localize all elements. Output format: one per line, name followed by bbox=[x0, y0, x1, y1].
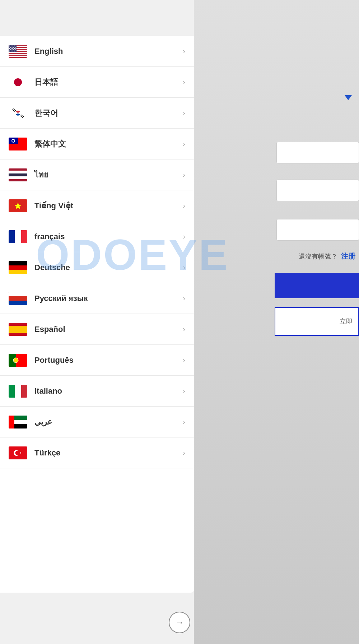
svg-point-17 bbox=[9, 48, 10, 48]
svg-rect-4 bbox=[9, 52, 27, 53]
language-panel: English› 日本語› 한국어› 繁体中文› ไทย› Tiếng Việt bbox=[0, 36, 194, 593]
bottom-arrow-button[interactable] bbox=[169, 612, 190, 633]
svg-rect-45 bbox=[9, 173, 27, 176]
login-secondary-label: 立即 bbox=[340, 317, 353, 326]
language-item-pt[interactable]: Português› bbox=[0, 345, 194, 376]
language-name-tr: Türkçe bbox=[34, 448, 183, 458]
register-row: 還沒有帳號？ 注册 bbox=[299, 251, 355, 261]
chevron-right-icon: › bbox=[183, 387, 185, 395]
svg-point-19 bbox=[12, 48, 13, 48]
svg-point-16 bbox=[15, 47, 15, 47]
svg-point-23 bbox=[11, 49, 12, 50]
chevron-right-icon: › bbox=[183, 325, 185, 333]
language-item-ar[interactable]: عربي› bbox=[0, 407, 194, 437]
flag-ja bbox=[9, 76, 27, 89]
register-prompt: 還沒有帳號？ bbox=[299, 252, 337, 261]
language-name-it: Italiano bbox=[34, 386, 183, 396]
svg-rect-69 bbox=[9, 416, 14, 428]
chevron-right-icon: › bbox=[183, 78, 185, 86]
language-item-de[interactable]: Deutsche› bbox=[0, 252, 194, 283]
svg-rect-59 bbox=[9, 326, 27, 333]
svg-rect-44 bbox=[9, 171, 27, 173]
svg-point-11 bbox=[14, 45, 15, 46]
flag-pt bbox=[9, 354, 27, 367]
login-input-username[interactable] bbox=[276, 142, 359, 163]
chevron-right-icon: › bbox=[183, 201, 185, 210]
language-item-tr[interactable]: Türkçe› bbox=[0, 437, 194, 468]
svg-point-28 bbox=[12, 50, 13, 51]
language-item-it[interactable]: Italiano› bbox=[0, 376, 194, 407]
flag-ar bbox=[9, 416, 27, 428]
svg-rect-5 bbox=[9, 54, 27, 55]
chevron-right-icon: › bbox=[183, 171, 185, 179]
svg-point-10 bbox=[12, 45, 13, 46]
svg-point-18 bbox=[11, 48, 11, 48]
language-item-fr[interactable]: français› bbox=[0, 221, 194, 252]
svg-rect-51 bbox=[9, 230, 15, 243]
svg-point-27 bbox=[11, 50, 11, 51]
login-primary-button[interactable] bbox=[275, 273, 359, 298]
svg-point-12 bbox=[15, 45, 16, 46]
svg-rect-54 bbox=[9, 261, 27, 265]
language-item-ru[interactable]: Русский язык› bbox=[0, 283, 194, 314]
login-input-password[interactable] bbox=[276, 180, 359, 201]
chevron-right-icon: › bbox=[183, 232, 185, 241]
language-item-en[interactable]: English› bbox=[0, 36, 194, 67]
svg-point-9 bbox=[11, 45, 11, 46]
svg-rect-46 bbox=[9, 176, 27, 179]
language-item-ja[interactable]: 日本語› bbox=[0, 67, 194, 98]
language-item-ko[interactable]: 한국어› bbox=[0, 98, 194, 129]
flag-de bbox=[9, 261, 27, 274]
svg-point-62 bbox=[13, 358, 18, 363]
svg-point-25 bbox=[15, 49, 15, 50]
svg-point-14 bbox=[11, 47, 12, 47]
svg-rect-57 bbox=[9, 292, 27, 296]
svg-point-8 bbox=[9, 45, 10, 46]
language-item-zh-tw[interactable]: 繁体中文› bbox=[0, 129, 194, 159]
dropdown-arrow-icon bbox=[345, 95, 352, 100]
flag-tr bbox=[9, 446, 27, 459]
svg-point-26 bbox=[9, 50, 10, 51]
login-secondary-button[interactable]: 立即 bbox=[275, 307, 359, 336]
svg-point-21 bbox=[15, 48, 16, 48]
language-name-fr: français bbox=[34, 232, 183, 241]
svg-point-20 bbox=[14, 48, 15, 48]
flag-ru bbox=[9, 292, 27, 305]
flag-th bbox=[9, 168, 27, 181]
language-name-vi: Tiếng Việt bbox=[34, 201, 183, 210]
chevron-right-icon: › bbox=[183, 294, 185, 302]
flag-vi bbox=[9, 199, 27, 212]
language-item-es[interactable]: Español› bbox=[0, 314, 194, 345]
language-item-vi[interactable]: Tiếng Việt› bbox=[0, 190, 194, 221]
flag-ko bbox=[9, 107, 27, 120]
svg-point-30 bbox=[15, 50, 16, 51]
svg-rect-65 bbox=[9, 385, 15, 398]
flag-fr bbox=[9, 230, 27, 243]
chevron-right-icon: › bbox=[183, 263, 185, 272]
chevron-right-icon: › bbox=[183, 47, 185, 55]
flag-zh-tw bbox=[9, 138, 27, 150]
language-name-ru: Русский язык bbox=[34, 294, 183, 303]
language-name-pt: Português bbox=[34, 356, 183, 365]
language-name-ja: 日本語 bbox=[34, 77, 183, 88]
svg-point-42 bbox=[12, 140, 14, 142]
svg-point-22 bbox=[10, 49, 11, 50]
flag-en bbox=[9, 45, 27, 58]
svg-point-15 bbox=[13, 47, 14, 47]
language-name-de: Deutsche bbox=[34, 263, 183, 272]
svg-point-13 bbox=[10, 47, 11, 47]
svg-point-24 bbox=[13, 49, 14, 50]
login-input-extra[interactable] bbox=[276, 219, 359, 241]
language-item-th[interactable]: ไทย› bbox=[0, 159, 194, 190]
language-name-zh-tw: 繁体中文 bbox=[34, 139, 183, 149]
chevron-right-icon: › bbox=[183, 418, 185, 426]
language-name-th: ไทย bbox=[34, 168, 183, 181]
svg-rect-6 bbox=[9, 56, 27, 57]
flag-es bbox=[9, 323, 27, 336]
language-name-es: Español bbox=[34, 325, 183, 334]
svg-point-32 bbox=[14, 78, 22, 86]
language-name-en: English bbox=[34, 47, 183, 56]
chevron-right-icon: › bbox=[183, 140, 185, 148]
register-link[interactable]: 注册 bbox=[341, 251, 355, 261]
language-name-ar: عربي bbox=[34, 417, 183, 427]
